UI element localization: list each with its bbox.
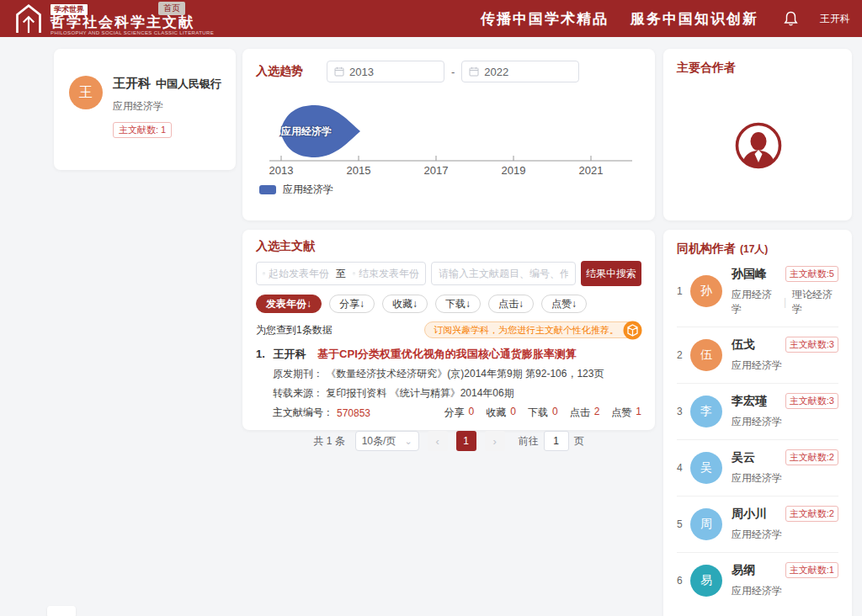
x-tick-2017: 2017 — [424, 164, 449, 177]
colleague-name[interactable]: 吴云 — [732, 450, 755, 465]
colleague-rank: 4 — [677, 462, 689, 474]
stat-click[interactable]: 点击2 — [570, 406, 600, 420]
sort-click[interactable]: 点击↓ — [488, 295, 534, 313]
sort-filter-row: 发表年份↓ 分享↓ 收藏↓ 下载↓ 点击↓ 点赞↓ — [256, 295, 641, 313]
colleague-name[interactable]: 伍戈 — [732, 337, 755, 353]
document-result-item: 1. 王开科 基于CPI分类权重优化视角的我国核心通货膨胀率测算 原发期刊： 《… — [256, 347, 641, 420]
sort-publish-year[interactable]: 发表年份↓ — [256, 295, 322, 313]
result-count: 为您查到1条数据 — [256, 323, 333, 337]
colleague-item[interactable]: 5 周 周小川 主文献数:2 应用经济学 — [677, 497, 838, 553]
sort-download[interactable]: 下载↓ — [435, 295, 481, 313]
current-page-button[interactable]: 1 — [456, 431, 476, 451]
item-index: 1. — [256, 348, 265, 360]
colleague-item[interactable]: 4 吴 吴云 主文献数:2 应用经济学 — [677, 440, 838, 497]
colleague-rank: 3 — [677, 406, 689, 417]
author-avatar: 王 — [69, 76, 103, 109]
colleague-doc-count-badge: 主文献数:2 — [785, 506, 838, 522]
colleague-item[interactable]: 3 李 李宏瑾 主文献数:3 应用经济学 — [677, 384, 838, 440]
colleague-item[interactable]: 1 孙 孙国峰 主文献数:5 应用经济学 | 理论经济学 — [677, 257, 838, 327]
publish-year-range-picker[interactable]: 起始发表年份 至 结束发表年份 — [256, 262, 426, 285]
x-tick-2015: 2015 — [347, 164, 371, 177]
collaborators-title: 主要合作者 — [677, 61, 736, 74]
colleagues-count: (17人) — [740, 242, 768, 257]
stat-share[interactable]: 分享0 — [444, 406, 475, 420]
sort-like[interactable]: 点赞↓ — [541, 295, 587, 313]
colleague-doc-count-badge: 主文献数:2 — [785, 449, 838, 465]
colleague-avatar: 吴 — [690, 452, 722, 484]
total-count: 共 1 条 — [313, 434, 344, 449]
colleague-avatar: 孙 — [690, 275, 722, 307]
reprint-value: 复印报刊资料 《统计与精算》2014年06期 — [326, 387, 513, 399]
stat-favorite[interactable]: 收藏0 — [486, 406, 516, 420]
colleague-doc-count-badge: 主文献数:3 — [785, 337, 838, 353]
colleagues-card: 同机构作者 (17人) 1 孙 孙国峰 主文献数:5 应用经济学 | 理论经济学… — [663, 230, 852, 616]
calendar-icon — [469, 66, 479, 77]
subscribe-cube-icon[interactable] — [623, 321, 642, 340]
current-user[interactable]: 王开科 — [820, 12, 850, 26]
stream-blob-label: 应用经济学 — [280, 125, 332, 137]
logo-badge: 学术世界 — [51, 4, 88, 15]
author-organization: 中国人民银行 — [156, 77, 221, 90]
colleague-avatar: 李 — [690, 396, 722, 427]
start-year-placeholder: 起始发表年份 — [269, 267, 329, 281]
end-year-placeholder: 结束发表年份 — [359, 267, 419, 281]
chevron-down-icon: ⌄ — [404, 436, 412, 447]
colleague-rank: 1 — [677, 285, 689, 297]
colleague-avatar: 易 — [690, 565, 722, 597]
site-slogan: 传播中国学术精品服务中国知识创新 — [481, 9, 758, 29]
colleague-item[interactable]: 2 伍 伍戈 主文献数:3 应用经济学 — [677, 327, 838, 384]
x-tick-2019: 2019 — [502, 164, 526, 177]
goto-label: 前往 — [519, 434, 539, 449]
colleague-doc-count-badge: 主文献数:1 — [785, 562, 838, 578]
item-title-link[interactable]: 基于CPI分类权重优化视角的我国核心通货膨胀率测算 — [317, 348, 577, 360]
colleague-name[interactable]: 孙国峰 — [732, 267, 767, 282]
sort-favorite[interactable]: 收藏↓ — [382, 295, 428, 313]
x-tick-2021: 2021 — [579, 164, 604, 177]
calendar-icon — [263, 268, 265, 279]
trend-stream-chart: 应用经济学 2013 2015 2017 2019 2021 — [256, 89, 641, 181]
sort-share[interactable]: 分享↓ — [329, 295, 375, 313]
keyword-search-input[interactable] — [431, 262, 576, 285]
item-author[interactable]: 王开科 — [273, 348, 306, 360]
colleague-avatar: 周 — [690, 508, 722, 540]
colleagues-title: 同机构作者 — [677, 242, 736, 257]
subscribe-notice[interactable]: 订阅兴趣学科，为您进行主文献个性化推荐。 — [424, 321, 641, 338]
colleague-fields: 应用经济学 | 理论经济学 — [732, 288, 838, 316]
colleague-rank: 6 — [677, 575, 689, 587]
author-profile-card: 王 王开科中国人民银行 应用经济学 主文献数: 1 — [54, 49, 236, 170]
colleague-rank: 2 — [677, 349, 689, 361]
notification-bell-icon[interactable] — [784, 11, 798, 26]
colleague-name[interactable]: 易纲 — [732, 563, 755, 578]
trend-end-year-picker[interactable]: 2022 — [461, 61, 579, 82]
prev-page-button[interactable]: ‹ — [428, 431, 448, 451]
app-header: 学术世界 哲学社会科学主文献 PHILOSOPHY AND SOCIAL SCI… — [0, 0, 862, 37]
calendar-icon — [334, 66, 344, 77]
colleague-name[interactable]: 李宏瑾 — [732, 394, 767, 409]
calendar-icon — [353, 268, 355, 279]
site-subtitle: PHILOSOPHY AND SOCIAL SCIENCES CLASSIC L… — [51, 30, 214, 36]
colleague-fields: 应用经济学 — [732, 584, 838, 598]
site-title: 哲学社会科学主文献 — [51, 15, 214, 30]
page-unit-label: 页 — [574, 434, 584, 449]
search-in-results-button[interactable]: 结果中搜索 — [581, 261, 641, 286]
collaborators-card: 主要合作者 — [663, 49, 852, 220]
journal-label: 原发期刊： — [273, 368, 323, 380]
goto-page-input[interactable] — [544, 431, 569, 451]
item-stats: 分享0 收藏0 下载0 点击2 点赞1 — [433, 406, 641, 420]
floating-widget[interactable] — [47, 606, 76, 616]
stat-like[interactable]: 点赞1 — [611, 406, 641, 420]
stat-download[interactable]: 下载0 — [528, 406, 558, 420]
range-to-label: 至 — [336, 267, 346, 281]
colleague-doc-count-badge: 主文献数:3 — [785, 393, 838, 409]
colleague-fields: 应用经济学 — [732, 528, 838, 542]
page-size-select[interactable]: 10条/页 ⌄ — [355, 431, 419, 451]
home-tab[interactable]: 首页 — [158, 2, 185, 15]
colleague-item[interactable]: 6 易 易纲 主文献数:1 应用经济学 — [677, 553, 838, 608]
colleague-name[interactable]: 周小川 — [732, 507, 767, 522]
documents-card: 入选主文献 起始发表年份 至 结束发表年份 结果中搜索 发表年份↓ 分享↓ 收藏… — [242, 230, 655, 430]
next-page-button[interactable]: › — [485, 431, 505, 451]
doc-count-badge: 主文献数: 1 — [113, 122, 172, 138]
range-separator: - — [451, 66, 455, 78]
trend-start-year-picker[interactable]: 2013 — [327, 61, 444, 82]
trend-title: 入选趋势 — [256, 64, 303, 79]
